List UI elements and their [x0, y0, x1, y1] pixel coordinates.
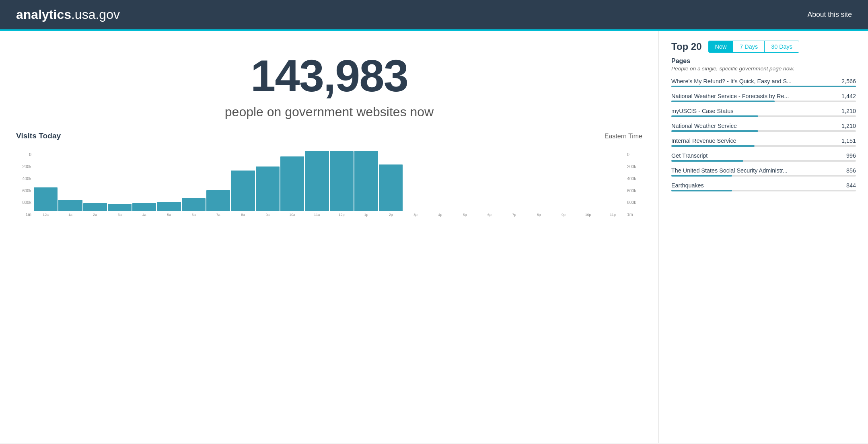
pages-desc: People on a single, specific government … [671, 66, 856, 72]
bar-label: 12a [43, 213, 49, 217]
pages-list: Where's My Refund? - It's Quick, Easy an… [671, 78, 856, 191]
bar-group: 11p [601, 211, 625, 217]
page-count: 1,210 [841, 108, 856, 114]
bar-group: 6p [477, 211, 501, 217]
bar-label: 7p [512, 213, 516, 217]
bar [280, 156, 304, 211]
y-label: 600k [627, 189, 642, 193]
tab-7-days[interactable]: 7 Days [733, 41, 765, 52]
page-bar-bg [671, 145, 856, 147]
bar [58, 200, 82, 211]
bar [354, 151, 378, 211]
list-item: Get Transcript996 [671, 152, 856, 162]
page-bar-fill [671, 86, 856, 87]
bar-group: 8p [527, 211, 551, 217]
page-bar-bg [671, 86, 856, 87]
page-name[interactable]: National Weather Service - Forecasts by … [671, 93, 789, 99]
page-bar-bg [671, 190, 856, 191]
page-bar-fill [671, 175, 732, 177]
visitor-count: 143,983 [16, 51, 642, 101]
list-item: myUSCIS - Case Status1,210 [671, 108, 856, 117]
bar-group: 8a [231, 171, 255, 217]
bar-group: 10a [280, 156, 304, 217]
bar [256, 166, 280, 212]
y-axis-left: 1m800k600k400k200k0 [16, 152, 31, 217]
page-bar-bg [671, 160, 856, 162]
page-bar-bg [671, 130, 856, 132]
y-label: 1m [16, 212, 31, 217]
y-label: 800k [16, 200, 31, 205]
bar-label: 2a [93, 213, 97, 217]
chart-title: Visits Today [16, 132, 61, 140]
page-name[interactable]: Where's My Refund? - It's Quick, Easy an… [671, 78, 792, 84]
tab-30-days[interactable]: 30 Days [765, 41, 799, 52]
tab-now[interactable]: Now [709, 41, 734, 52]
top20-header: Top 20 Now7 Days30 Days [671, 41, 856, 53]
bar-label: 9a [265, 213, 269, 217]
page-item-header: Where's My Refund? - It's Quick, Easy an… [671, 78, 856, 84]
y-label: 0 [16, 152, 31, 157]
tab-group: Now7 Days30 Days [708, 41, 799, 53]
right-panel: Top 20 Now7 Days30 Days Pages People on … [659, 31, 868, 443]
bar-label: 2p [389, 213, 393, 217]
list-item: Earthquakes844 [671, 182, 856, 191]
page-name[interactable]: myUSCIS - Case Status [671, 108, 733, 114]
page-item-header: myUSCIS - Case Status1,210 [671, 108, 856, 114]
bar-label: 8p [537, 213, 541, 217]
bar-group: 3a [108, 204, 132, 217]
app-logo: analytics.usa.gov [16, 7, 120, 22]
logo-light: .usa.gov [71, 7, 120, 22]
y-label: 1m [627, 212, 642, 217]
page-count: 1,151 [841, 138, 856, 144]
page-name[interactable]: Internal Revenue Service [671, 138, 736, 144]
y-label: 400k [16, 177, 31, 181]
bar-group: 3p [403, 211, 427, 217]
about-link[interactable]: About this site [807, 10, 852, 19]
bar-label: 5p [463, 213, 467, 217]
bar-label: 7a [216, 213, 220, 217]
page-item-header: National Weather Service - Forecasts by … [671, 93, 856, 99]
list-item: Where's My Refund? - It's Quick, Easy an… [671, 78, 856, 87]
bar-label: 1a [68, 213, 72, 217]
bar-label: 12p [339, 213, 345, 217]
bar-group: 12a [34, 187, 58, 217]
bar-group: 10p [576, 211, 600, 217]
page-count: 2,566 [841, 78, 856, 84]
page-name[interactable]: National Weather Service [671, 123, 737, 129]
bar [206, 190, 230, 212]
app-header: analytics.usa.gov About this site [0, 0, 868, 31]
y-label: 800k [627, 200, 642, 205]
y-axis-right: 1m800k600k400k200k0 [627, 152, 642, 217]
bar-label: 5a [167, 213, 171, 217]
page-name[interactable]: The United States Social Security Admini… [671, 167, 788, 174]
page-name[interactable]: Get Transcript [671, 152, 708, 159]
bar [34, 187, 58, 211]
bar-group: 1a [58, 200, 82, 217]
page-item-header: Internal Revenue Service1,151 [671, 138, 856, 144]
main-content: 143,983 people on government websites no… [0, 31, 868, 443]
bar-group: 4p [428, 211, 452, 217]
bar [182, 198, 206, 212]
bar-label: 3a [118, 213, 122, 217]
bar-group: 11a [305, 151, 329, 217]
bar [132, 203, 156, 211]
bar-group: 6a [182, 198, 206, 217]
bar [108, 204, 132, 212]
page-bar-bg [671, 101, 856, 102]
page-bar-fill [671, 115, 758, 117]
bar [330, 151, 354, 211]
page-name[interactable]: Earthquakes [671, 182, 704, 189]
page-count: 1,442 [841, 93, 856, 99]
bar [305, 151, 329, 211]
page-bar-fill [671, 101, 775, 102]
bar-label: 11p [610, 213, 616, 217]
bar-group: 9p [551, 211, 575, 217]
bar-label: 9p [562, 213, 566, 217]
chart-timezone: Eastern Time [605, 133, 642, 140]
y-label: 600k [16, 189, 31, 193]
left-panel: 143,983 people on government websites no… [0, 31, 659, 443]
bar-chart: 12a1a2a3a4a5a6a7a8a9a10a11a12p1p2p3p4p5p… [34, 152, 625, 217]
bar-group: 2p [379, 164, 403, 217]
y-label: 0 [627, 152, 642, 157]
list-item: National Weather Service1,210 [671, 123, 856, 132]
